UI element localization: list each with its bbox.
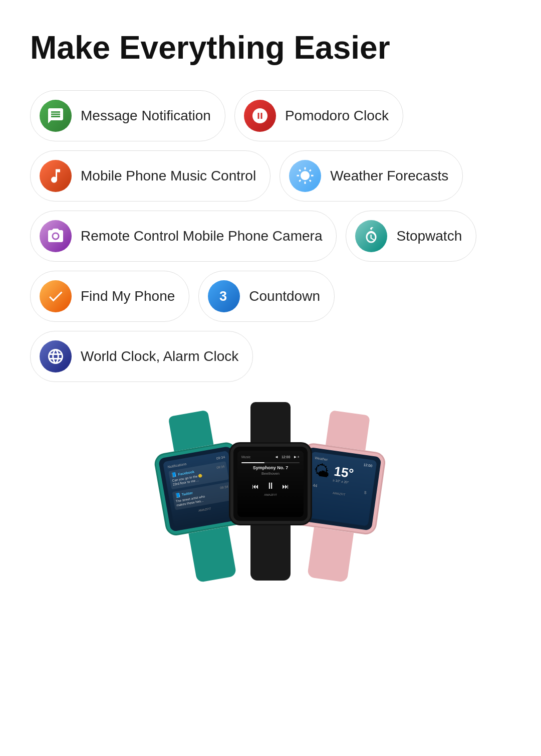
message-notification-label: Message Notification — [81, 108, 211, 124]
feature-row: Remote Control Mobile Phone CameraStopwa… — [30, 211, 511, 262]
svg-text:3: 3 — [219, 289, 227, 304]
svg-point-0 — [53, 234, 58, 239]
feature-pill-world-clock[interactable]: World Clock, Alarm Clock — [30, 331, 253, 382]
weather-label: Weather Forecasts — [330, 168, 448, 184]
world-clock-label: World Clock, Alarm Clock — [81, 348, 238, 364]
stopwatch-icon — [355, 220, 387, 252]
camera-control-icon — [40, 220, 72, 252]
feature-row: Mobile Phone Music ControlWeather Foreca… — [30, 150, 511, 202]
feature-pill-mobile-music[interactable]: Mobile Phone Music Control — [30, 150, 270, 202]
countdown-icon: 3 — [208, 280, 240, 312]
pomodoro-clock-icon — [244, 100, 276, 132]
feature-row: Message NotificationPomodoro Clock — [30, 90, 511, 141]
pomodoro-clock-label: Pomodoro Clock — [285, 108, 389, 124]
weather-icon — [289, 160, 321, 192]
mobile-music-icon — [40, 160, 72, 192]
feature-row: Find My Phone3Countdown — [30, 271, 511, 322]
camera-control-label: Remote Control Mobile Phone Camera — [81, 228, 322, 244]
feature-pill-camera-control[interactable]: Remote Control Mobile Phone Camera — [30, 211, 337, 262]
features-grid: Message NotificationPomodoro ClockMobile… — [30, 90, 511, 382]
feature-pill-message-notification[interactable]: Message Notification — [30, 90, 225, 141]
watch-watch-black: Music ◄ 12:00 ►+ Symphony No. 7 Beethove… — [229, 402, 312, 581]
feature-pill-find-phone[interactable]: Find My Phone — [30, 271, 189, 322]
countdown-label: Countdown — [249, 288, 320, 304]
main-container: Make Everything Easier Message Notificat… — [0, 0, 541, 601]
feature-row: World Clock, Alarm Clock — [30, 331, 511, 382]
page-title: Make Everything Easier — [30, 30, 511, 65]
find-phone-label: Find My Phone — [81, 288, 175, 304]
stopwatch-label: Stopwatch — [396, 228, 462, 244]
message-notification-icon — [40, 100, 72, 132]
watches-section: Notifications 09:34 📘 Facebook 09:34 Can… — [30, 402, 511, 581]
feature-pill-countdown[interactable]: 3Countdown — [198, 271, 335, 322]
feature-pill-weather[interactable]: Weather Forecasts — [280, 150, 463, 202]
feature-pill-stopwatch[interactable]: Stopwatch — [346, 211, 476, 262]
feature-pill-pomodoro-clock[interactable]: Pomodoro Clock — [234, 90, 403, 141]
mobile-music-label: Mobile Phone Music Control — [81, 168, 256, 184]
find-phone-icon — [40, 280, 72, 312]
world-clock-icon — [40, 340, 72, 372]
